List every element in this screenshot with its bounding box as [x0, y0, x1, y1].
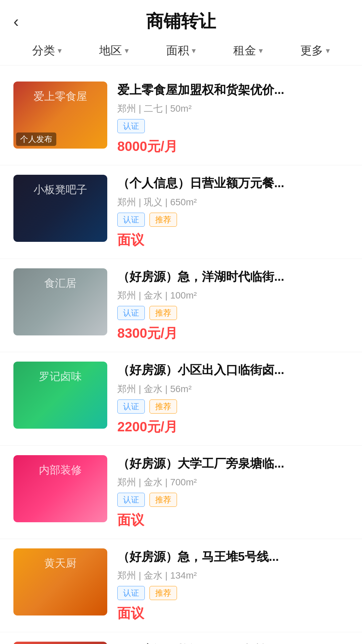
image-text: 内部装修 [13, 455, 107, 485]
listing-location: 郑州 | 金水 | 100m² [117, 289, 349, 302]
chevron-down-icon: ▾ [58, 46, 62, 55]
listing-title: 爱上零食屋加盟权和货架优价... [117, 82, 349, 98]
recommend-tag: 推荐 [149, 399, 177, 414]
listing-info: （个人信息）日营业额万元餐... 郑州 | 巩义 | 650m² 认证推荐 面议 [117, 175, 349, 249]
listing-tags: 认证推荐 [117, 586, 349, 600]
listing-price: 面议 [117, 511, 349, 529]
recommend-tag: 推荐 [149, 586, 177, 600]
listing-price: 面议 [117, 231, 349, 249]
cert-tag: 认证 [117, 586, 145, 600]
filter-label: 面积 [166, 43, 189, 58]
listing-tags: 认证推荐 [117, 306, 349, 320]
filter-label: 地区 [99, 43, 122, 58]
cert-tag: 认证 [117, 493, 145, 507]
listing-tags: 认证 [117, 119, 349, 133]
filter-area[interactable]: 地区▾ [80, 43, 147, 58]
filter-rent[interactable]: 租金▾ [215, 43, 282, 58]
cert-tag: 认证 [117, 213, 145, 227]
listing-image: 食汇居 [13, 268, 107, 335]
listing-info: （好房源）小区出入口临街卤... 郑州 | 金水 | 56m² 认证推荐 220… [117, 362, 349, 436]
image-text: 韩国炸鸡啤酒屋 [13, 642, 107, 644]
cert-tag: 认证 [117, 306, 145, 320]
listing-tags: 认证推荐 [117, 493, 349, 507]
listing-location: 郑州 | 金水 | 700m² [117, 476, 349, 489]
list-item[interactable]: 内部装修 （好房源）大学工厂旁泉塘临... 郑州 | 金水 | 700m² 认证… [0, 446, 362, 539]
filter-category[interactable]: 分类▾ [13, 43, 80, 58]
filter-bar: 分类▾地区▾面积▾租金▾更多▾ [0, 36, 362, 65]
listing-title: （好房源）小区出入口临街卤... [117, 362, 349, 378]
listing-tags: 认证推荐 [117, 399, 349, 414]
listing-image: 爱上零食屋 个人发布 [13, 82, 107, 149]
listing-location: 郑州 | 巩义 | 650m² [117, 196, 349, 209]
listing-price: 2200元/月 [117, 418, 349, 436]
chevron-down-icon: ▾ [326, 46, 330, 55]
cert-tag: 认证 [117, 119, 145, 133]
filter-label: 租金 [233, 43, 256, 58]
recommend-tag: 推荐 [149, 493, 177, 507]
listing-title: （好房源）大学工厂旁泉塘临... [117, 455, 349, 472]
list-item[interactable]: 小板凳吧子 （个人信息）日营业额万元餐... 郑州 | 巩义 | 650m² 认… [0, 165, 362, 259]
listing-info: （好房源）捡漏！2.8万急转... 郑州 | 金水 | 36m² 认证推荐 [117, 642, 349, 644]
listing-info: （好房源）大学工厂旁泉塘临... 郑州 | 金水 | 700m² 认证推荐 面议 [117, 455, 349, 529]
image-text: 食汇居 [13, 268, 107, 298]
listing-location: 郑州 | 二七 | 50m² [117, 102, 349, 115]
list-item[interactable]: 韩国炸鸡啤酒屋 （好房源）捡漏！2.8万急转... 郑州 | 金水 | 36m²… [0, 632, 362, 644]
filter-size[interactable]: 面积▾ [147, 43, 215, 58]
image-text: 小板凳吧子 [13, 175, 107, 204]
listing-price: 8000元/月 [117, 137, 349, 156]
chevron-down-icon: ▾ [259, 46, 263, 55]
listing-list: 爱上零食屋 个人发布 爱上零食屋加盟权和货架优价... 郑州 | 二七 | 50… [0, 65, 362, 644]
listing-image: 内部装修 [13, 455, 107, 522]
filter-label: 更多 [300, 43, 323, 58]
listing-info: （好房源）急，马王堆5号线... 郑州 | 金水 | 134m² 认证推荐 面议 [117, 548, 349, 623]
chevron-down-icon: ▾ [192, 46, 196, 55]
image-text: 罗记卤味 [13, 362, 107, 391]
back-button[interactable]: ‹ [13, 13, 19, 30]
filter-more[interactable]: 更多▾ [282, 43, 349, 58]
listing-location: 郑州 | 金水 | 134m² [117, 569, 349, 582]
listing-location: 郑州 | 金水 | 56m² [117, 383, 349, 395]
listing-title: （好房源）急，洋湖时代临街... [117, 268, 349, 285]
recommend-tag: 推荐 [149, 306, 177, 320]
image-text: 爱上零食屋 [13, 82, 107, 111]
image-overlay: 个人发布 [16, 132, 56, 146]
page-title: 商铺转让 [146, 10, 216, 33]
listing-title: （好房源）急，马王堆5号线... [117, 548, 349, 565]
listing-price: 面议 [117, 604, 349, 623]
image-text: 黄天厨 [13, 548, 107, 578]
listing-image: 小板凳吧子 [13, 175, 107, 242]
header: ‹ 商铺转让 [0, 0, 362, 36]
cert-tag: 认证 [117, 399, 145, 414]
recommend-tag: 推荐 [149, 213, 177, 227]
filter-label: 分类 [32, 43, 55, 58]
listing-title: （个人信息）日营业额万元餐... [117, 175, 349, 192]
list-item[interactable]: 黄天厨 （好房源）急，马王堆5号线... 郑州 | 金水 | 134m² 认证推… [0, 539, 362, 632]
list-item[interactable]: 食汇居 （好房源）急，洋湖时代临街... 郑州 | 金水 | 100m² 认证推… [0, 259, 362, 352]
listing-image: 罗记卤味 [13, 362, 107, 429]
listing-tags: 认证推荐 [117, 213, 349, 227]
listing-price: 8300元/月 [117, 324, 349, 342]
chevron-down-icon: ▾ [125, 46, 129, 55]
list-item[interactable]: 罗记卤味 （好房源）小区出入口临街卤... 郑州 | 金水 | 56m² 认证推… [0, 352, 362, 445]
listing-info: （好房源）急，洋湖时代临街... 郑州 | 金水 | 100m² 认证推荐 83… [117, 268, 349, 342]
listing-image: 韩国炸鸡啤酒屋 [13, 642, 107, 644]
listing-title: （好房源）捡漏！2.8万急转... [117, 642, 349, 644]
list-item[interactable]: 爱上零食屋 个人发布 爱上零食屋加盟权和货架优价... 郑州 | 二七 | 50… [0, 72, 362, 165]
listing-image: 黄天厨 [13, 548, 107, 615]
listing-info: 爱上零食屋加盟权和货架优价... 郑州 | 二七 | 50m² 认证 8000元… [117, 82, 349, 156]
